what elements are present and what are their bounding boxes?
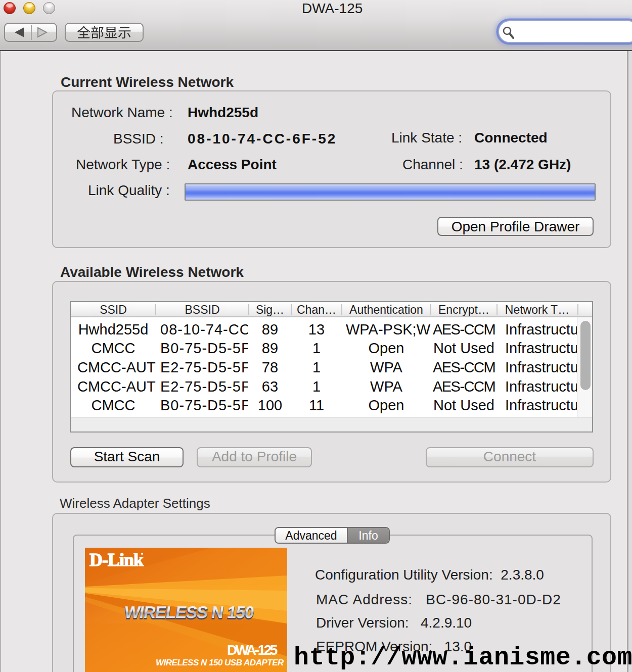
svg-text:D-Link: D-Link bbox=[89, 550, 144, 570]
svg-text:DWA-125: DWA-125 bbox=[227, 642, 278, 658]
svg-text:WIRELESS N 150: WIRELESS N 150 bbox=[123, 603, 255, 621]
svg-text:WIRELESS N 150 USB ADAPTER: WIRELESS N 150 USB ADAPTER bbox=[156, 658, 284, 667]
